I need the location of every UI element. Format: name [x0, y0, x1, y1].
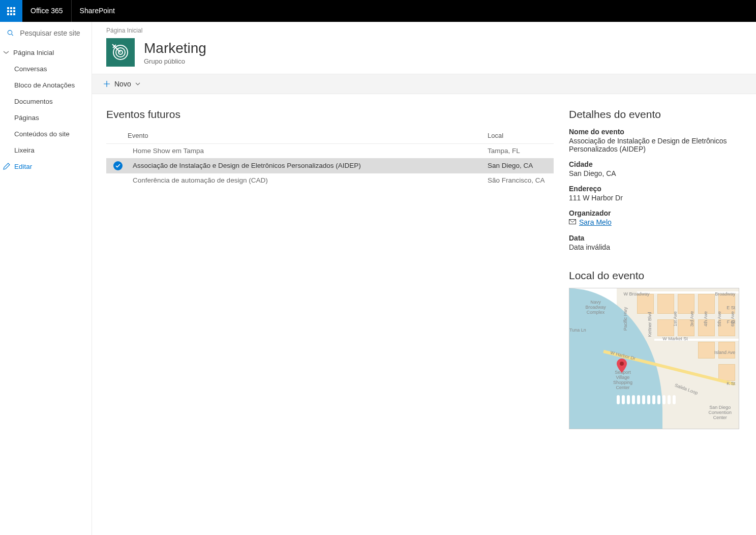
svg-rect-1: [10, 7, 12, 9]
row-select-cell[interactable]: [106, 144, 128, 158]
map-label: San Diego Convention Center: [705, 405, 735, 420]
value-nome: Associação de Instalação e Design de Ele…: [569, 137, 742, 153]
label-cidade: Cidade: [569, 160, 742, 168]
nav-bloco[interactable]: Bloco de Anotações: [0, 77, 92, 93]
svg-rect-6: [7, 13, 9, 15]
plus-icon: [103, 80, 110, 87]
col-evento[interactable]: Evento: [128, 128, 482, 144]
pencil-icon: [3, 163, 10, 170]
svg-rect-8: [13, 13, 15, 15]
check-icon: [113, 161, 123, 170]
nav-conversas[interactable]: Conversas: [0, 61, 92, 77]
value-endereco: 111 W Harbor Dr: [569, 194, 742, 202]
map-label: 1st Ave: [673, 312, 678, 326]
new-button[interactable]: Novo: [99, 80, 144, 88]
nav-home-label: Página Inicial: [13, 49, 54, 56]
nav-editar-label: Editar: [14, 163, 32, 170]
cell-evento: Conferência de automação de design (CAD): [128, 173, 482, 188]
map-label: 5th Ave: [717, 311, 722, 326]
search-input[interactable]: [20, 29, 84, 37]
map[interactable]: W Broadway Broadway W Harbor Dr W Market…: [569, 288, 739, 429]
map-label: Kettner Blvd: [647, 312, 652, 337]
map-label: 3rd Ave: [690, 311, 695, 326]
nav-documentos[interactable]: Documentos: [0, 93, 92, 109]
app-launcher-button[interactable]: [0, 0, 22, 22]
nav-editar[interactable]: Editar: [0, 158, 92, 174]
waffle-icon: [7, 7, 15, 15]
map-marker-icon: [617, 359, 627, 373]
table-row[interactable]: Associação de Instalação e Design de Ele…: [106, 158, 554, 173]
target-icon: [111, 43, 130, 62]
map-label: W Broadway: [624, 291, 650, 296]
label-organizador: Organizador: [569, 209, 742, 217]
row-select-cell[interactable]: [106, 158, 128, 173]
search-icon: [7, 29, 14, 37]
map-label: K St: [727, 381, 735, 386]
map-label: Seaport Village Shopping Center: [610, 370, 636, 390]
left-nav: Página Inicial Conversas Bloco de Anotaç…: [0, 22, 92, 535]
svg-rect-7: [10, 13, 12, 15]
label-data: Data: [569, 234, 742, 242]
new-button-label: Novo: [114, 80, 131, 88]
svg-line-10: [12, 34, 13, 36]
nav-conteudos[interactable]: Conteúdos do site: [0, 126, 92, 142]
row-select-cell[interactable]: [106, 173, 128, 188]
map-label: Broadway: [715, 291, 735, 296]
svg-rect-5: [13, 10, 15, 12]
chevron-down-icon: [135, 81, 140, 86]
svg-rect-0: [7, 7, 9, 9]
nav-paginas[interactable]: Páginas: [0, 109, 92, 126]
cell-local: Tampa, FL: [482, 144, 554, 158]
svg-point-9: [8, 31, 12, 35]
mail-icon: [569, 219, 576, 225]
map-label: 4th Ave: [703, 311, 708, 326]
sharepoint-link[interactable]: SharePoint: [72, 0, 123, 22]
details-title: Detalhes do evento: [569, 108, 742, 121]
map-label: F St: [727, 319, 736, 324]
cell-local: San Diego, CA: [482, 158, 554, 173]
page-title: Marketing: [144, 40, 206, 56]
chevron-down-icon: [3, 49, 9, 55]
value-cidade: San Diego, CA: [569, 169, 742, 177]
nav-home[interactable]: Página Inicial: [0, 44, 92, 61]
events-table: Evento Local Home Show em TampaTampa, FL…: [106, 128, 554, 188]
svg-rect-4: [10, 10, 12, 12]
site-logo: [106, 38, 135, 67]
svg-point-15: [620, 362, 624, 366]
cell-evento: Home Show em Tampa: [128, 144, 482, 158]
events-title: Eventos futuros: [106, 108, 554, 121]
organizer-link[interactable]: Sara Melo: [569, 218, 612, 226]
map-label: Island Ave: [714, 350, 735, 355]
page-subtitle: Grupo público: [144, 57, 206, 65]
breadcrumb[interactable]: Página Inicial: [92, 22, 756, 34]
map-label: W Market St: [662, 336, 688, 341]
map-label: Pacific Hwy: [623, 307, 628, 331]
col-local[interactable]: Local: [482, 128, 554, 144]
label-endereco: Endereço: [569, 185, 742, 193]
organizer-name: Sara Melo: [579, 218, 612, 226]
label-nome: Nome do evento: [569, 128, 742, 136]
table-row[interactable]: Home Show em TampaTampa, FL: [106, 144, 554, 158]
map-title: Local do evento: [569, 270, 742, 282]
office365-link[interactable]: Office 365: [22, 0, 72, 22]
command-bar: Novo: [92, 74, 756, 94]
map-marina: [617, 395, 702, 421]
map-label: Tuna Ln: [569, 328, 586, 333]
svg-rect-2: [13, 7, 15, 9]
cell-local: São Francisco, CA: [482, 173, 554, 188]
svg-rect-3: [7, 10, 9, 12]
main-content: Página Inicial Marketing Grupo público N…: [92, 22, 756, 535]
cell-evento: Associação de Instalação e Design de Ele…: [128, 158, 482, 173]
map-label: Navy Broadway Complex: [583, 300, 609, 315]
search-box[interactable]: [0, 22, 92, 44]
nav-lixeira[interactable]: Lixeira: [0, 142, 92, 158]
value-data: Data inválida: [569, 243, 742, 251]
map-label: E St: [727, 305, 735, 310]
top-bar: Office 365 SharePoint: [0, 0, 756, 22]
table-row[interactable]: Conferência de automação de design (CAD)…: [106, 173, 554, 188]
